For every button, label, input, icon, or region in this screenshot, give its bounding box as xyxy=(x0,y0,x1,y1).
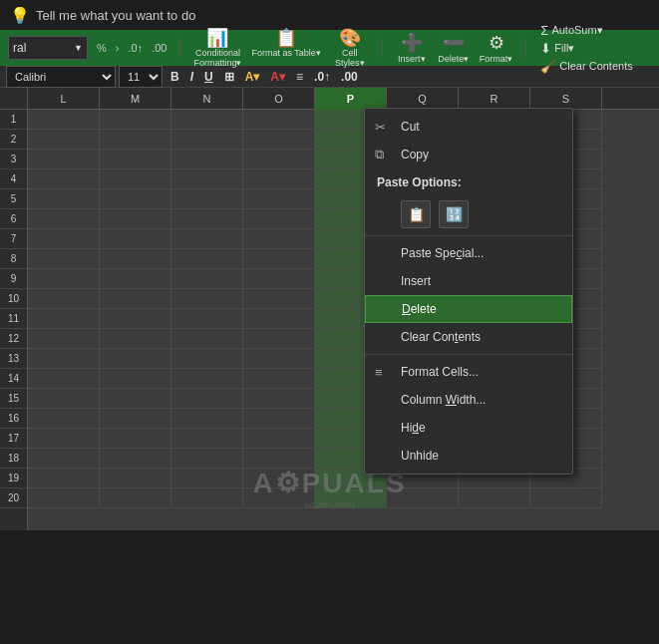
row-header-19[interactable]: 19 xyxy=(0,469,27,488)
cell[interactable] xyxy=(28,389,100,409)
cell[interactable] xyxy=(28,289,100,309)
cell[interactable] xyxy=(171,110,243,130)
cell[interactable] xyxy=(28,349,100,369)
menu-item-unhide[interactable]: Unhide xyxy=(365,442,572,470)
cell[interactable] xyxy=(171,349,243,369)
row-header-3[interactable]: 3 xyxy=(0,150,27,169)
cell[interactable] xyxy=(28,209,100,229)
cell[interactable] xyxy=(530,488,602,508)
cell[interactable] xyxy=(28,130,100,150)
cell[interactable] xyxy=(171,209,243,229)
clear-btn[interactable]: 🧹 Clear Contents xyxy=(536,58,636,75)
menu-item-hide[interactable]: Hide xyxy=(365,414,572,442)
cell[interactable] xyxy=(100,329,171,349)
cell[interactable] xyxy=(100,369,171,389)
font-size-select[interactable]: 11 xyxy=(119,66,163,88)
cell[interactable] xyxy=(28,110,100,130)
cell[interactable] xyxy=(243,289,315,309)
row-header-4[interactable]: 4 xyxy=(0,169,27,189)
cell[interactable] xyxy=(100,409,171,429)
cell[interactable] xyxy=(100,249,171,269)
cell[interactable] xyxy=(243,169,315,189)
cell[interactable] xyxy=(100,389,171,409)
cell[interactable] xyxy=(243,130,315,150)
cell[interactable] xyxy=(243,369,315,389)
cell[interactable] xyxy=(243,229,315,249)
row-header-15[interactable]: 15 xyxy=(0,389,27,409)
cell[interactable] xyxy=(100,309,171,329)
menu-item-format-cells[interactable]: ≡ Format Cells... xyxy=(365,358,572,386)
fill-btn[interactable]: ⬇ Fill▾ xyxy=(536,40,636,57)
cell[interactable] xyxy=(28,189,100,209)
paste-btn-1[interactable]: 📋 xyxy=(401,200,431,228)
cell[interactable] xyxy=(243,189,315,209)
cell[interactable] xyxy=(243,110,315,130)
paste-btn-2[interactable]: 🔢 xyxy=(439,200,469,228)
row-header-10[interactable]: 10 xyxy=(0,289,27,309)
cell[interactable] xyxy=(28,150,100,169)
cell[interactable] xyxy=(171,409,243,429)
row-header-17[interactable]: 17 xyxy=(0,429,27,449)
cell[interactable] xyxy=(100,169,171,189)
dec-decimal-btn2[interactable]: .0↑ xyxy=(309,66,335,88)
cell[interactable] xyxy=(171,309,243,329)
cell[interactable] xyxy=(28,449,100,469)
cell[interactable] xyxy=(28,309,100,329)
row-header-5[interactable]: 5 xyxy=(0,189,27,209)
cell[interactable] xyxy=(171,249,243,269)
cell[interactable] xyxy=(243,349,315,369)
col-header-M[interactable]: M xyxy=(100,88,171,110)
cell[interactable] xyxy=(100,429,171,449)
cell[interactable] xyxy=(100,209,171,229)
cell[interactable] xyxy=(243,409,315,429)
insert-btn[interactable]: ➕ Insert▾ xyxy=(393,31,431,65)
cell[interactable] xyxy=(459,488,530,508)
cell[interactable] xyxy=(243,329,315,349)
col-header-L[interactable]: L xyxy=(28,88,100,110)
menu-item-column-width[interactable]: Column Width... xyxy=(365,386,572,414)
align-btn[interactable]: ≡ xyxy=(291,66,308,88)
row-header-12[interactable]: 12 xyxy=(0,329,27,349)
autosum-btn[interactable]: Σ AutoSum▾ xyxy=(536,22,636,39)
cell[interactable] xyxy=(171,229,243,249)
cell[interactable] xyxy=(171,389,243,409)
cell[interactable] xyxy=(171,449,243,469)
col-header-Q[interactable]: Q xyxy=(387,88,459,110)
cell[interactable] xyxy=(28,229,100,249)
cell[interactable] xyxy=(171,169,243,189)
format-as-table-btn[interactable]: 📋 Format as Table▾ xyxy=(248,26,323,70)
cell-styles-btn[interactable]: 🎨 CellStyles▾ xyxy=(328,26,372,70)
cell[interactable] xyxy=(171,150,243,169)
cell[interactable] xyxy=(100,130,171,150)
cell[interactable] xyxy=(100,449,171,469)
cell[interactable] xyxy=(100,229,171,249)
cell[interactable] xyxy=(171,488,243,508)
col-header-N[interactable]: N xyxy=(171,88,243,110)
cell[interactable] xyxy=(100,150,171,169)
menu-item-paste-special[interactable]: Paste Special... xyxy=(365,239,572,267)
col-header-P[interactable]: P xyxy=(315,88,387,110)
cell[interactable] xyxy=(28,409,100,429)
cell[interactable] xyxy=(28,369,100,389)
row-header-7[interactable]: 7 xyxy=(0,229,27,249)
bold-btn[interactable]: B xyxy=(165,66,184,88)
cell[interactable] xyxy=(243,150,315,169)
row-header-8[interactable]: 8 xyxy=(0,249,27,269)
cell[interactable] xyxy=(243,249,315,269)
cell[interactable] xyxy=(100,488,171,508)
font-dropdown[interactable]: ral ▼ xyxy=(8,36,88,60)
cell[interactable] xyxy=(100,189,171,209)
font-name-select[interactable]: Calibri xyxy=(6,66,116,88)
cell[interactable] xyxy=(28,269,100,289)
row-header-20[interactable]: 20 xyxy=(0,488,27,508)
cell[interactable] xyxy=(243,269,315,289)
row-header-13[interactable]: 13 xyxy=(0,349,27,369)
row-header-9[interactable]: 9 xyxy=(0,269,27,289)
cell[interactable] xyxy=(171,269,243,289)
cell[interactable] xyxy=(243,449,315,469)
cell[interactable] xyxy=(171,130,243,150)
cell[interactable] xyxy=(243,309,315,329)
menu-item-delete[interactable]: Delete xyxy=(365,295,572,323)
cell[interactable] xyxy=(171,289,243,309)
row-header-18[interactable]: 18 xyxy=(0,449,27,469)
